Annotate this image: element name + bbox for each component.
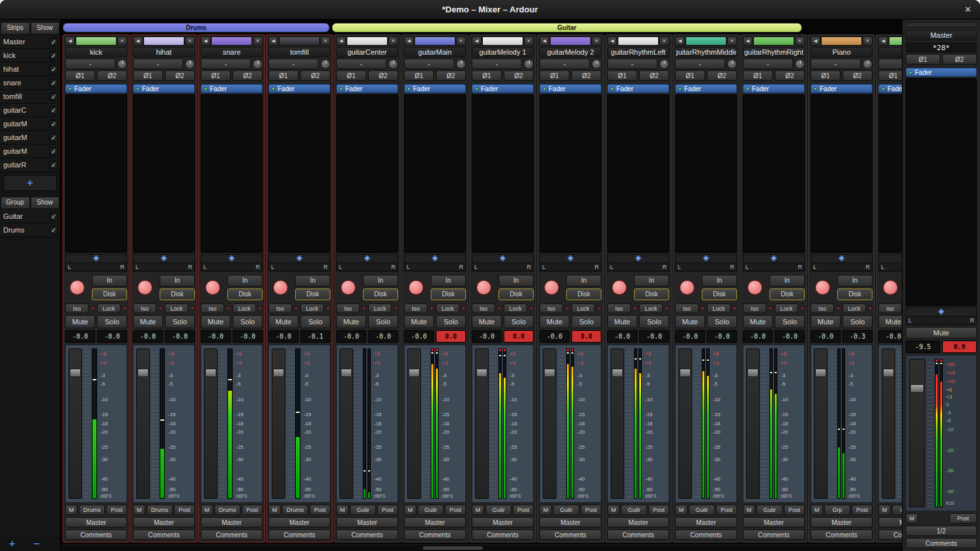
gain-display[interactable]: -0.0: [540, 330, 569, 343]
trim-knob[interactable]: [863, 59, 872, 69]
invert-phase-1-button[interactable]: Ø1: [906, 54, 940, 64]
trim-display-button[interactable]: -: [404, 59, 454, 69]
solo-isolate-button[interactable]: Iso: [607, 304, 631, 313]
horizontal-scrollbar-thumb[interactable]: [423, 546, 483, 550]
monitor-input-button[interactable]: In: [770, 275, 805, 287]
invert-phase-2-button[interactable]: Ø2: [707, 70, 737, 81]
fader-processor-entry[interactable]: Fader: [540, 84, 601, 93]
group-button[interactable]: Drums: [282, 505, 308, 515]
solo-lock-button[interactable]: Lock: [97, 304, 121, 313]
solo-lock-button[interactable]: Lock: [233, 304, 256, 313]
pan-thumb[interactable]: [838, 255, 844, 262]
strip-name-button[interactable]: snare: [201, 47, 263, 57]
monitor-input-button[interactable]: In: [92, 275, 127, 287]
strip-width-button[interactable]: ◀: [743, 36, 753, 46]
meter-point-button[interactable]: Post: [174, 505, 195, 515]
monitor-disk-button[interactable]: Disk: [837, 289, 872, 300]
strip-color-bar[interactable]: [821, 36, 862, 46]
invert-phase-1-button[interactable]: Ø1: [201, 70, 231, 81]
group-button[interactable]: Drums: [147, 505, 173, 515]
monitor-input-button[interactable]: In: [498, 275, 534, 287]
comments-button[interactable]: Comments: [607, 530, 669, 540]
invert-phase-2-button[interactable]: Ø2: [368, 70, 398, 81]
solo-lock-button[interactable]: Lock: [775, 304, 798, 313]
group-button[interactable]: Guitr: [689, 505, 715, 515]
pan-control[interactable]: [906, 307, 977, 317]
peak-display[interactable]: -0.0: [368, 330, 398, 343]
processor-list[interactable]: [472, 94, 534, 253]
monitor-input-button[interactable]: In: [431, 275, 466, 287]
strip-name-button[interactable]: st: [878, 47, 902, 57]
mono-button[interactable]: M: [201, 505, 213, 515]
peak-display[interactable]: 0.0: [571, 330, 601, 343]
mute-button[interactable]: Mute: [878, 315, 902, 328]
hide-strip-button[interactable]: ✕: [863, 36, 872, 46]
group-button[interactable]: Grp: [892, 505, 902, 515]
processor-active-led[interactable]: [339, 87, 343, 91]
strip-width-button[interactable]: ◀: [336, 36, 346, 46]
pan-thumb[interactable]: [938, 309, 944, 315]
peak-display[interactable]: -0.0: [707, 330, 737, 343]
record-enable-button[interactable]: [340, 279, 356, 296]
add-strip-button[interactable]: +: [3, 175, 57, 191]
group-button[interactable]: Drums: [79, 505, 105, 515]
processor-list[interactable]: [878, 94, 902, 253]
invert-phase-2-button[interactable]: Ø2: [504, 70, 534, 81]
peak-display[interactable]: 0.9: [942, 341, 977, 353]
monitor-disk-button[interactable]: Disk: [160, 289, 195, 300]
monitor-input-button[interactable]: In: [227, 275, 263, 287]
output-button[interactable]: Master: [472, 517, 534, 528]
visibility-checkbox[interactable]: ✓: [50, 161, 58, 169]
output-button[interactable]: Master: [268, 517, 330, 528]
record-enable-button[interactable]: [69, 279, 85, 296]
record-enable-button[interactable]: [137, 279, 153, 296]
solo-button[interactable]: Solo: [843, 315, 872, 328]
pan-control[interactable]: [675, 254, 737, 263]
monitor-disk-button[interactable]: Disk: [363, 289, 398, 300]
monitor-disk-button[interactable]: Disk: [498, 289, 534, 300]
mono-button[interactable]: M: [65, 505, 78, 515]
processor-active-led[interactable]: [909, 71, 912, 74]
visibility-checkbox[interactable]: ✓: [50, 212, 58, 221]
sidebar-strip-row[interactable]: snare ✓: [0, 76, 60, 90]
pan-control[interactable]: [811, 254, 872, 263]
record-enable-button[interactable]: [611, 279, 627, 296]
monitor-input-button[interactable]: In: [837, 275, 872, 287]
invert-phase-2-button[interactable]: Ø2: [233, 70, 263, 81]
pan-thumb[interactable]: [93, 255, 99, 262]
trim-knob[interactable]: [524, 59, 534, 69]
comments-button[interactable]: Comments: [878, 530, 902, 540]
pan-position-display[interactable]: L R: [65, 263, 127, 272]
solo-lock-button[interactable]: Lock: [843, 304, 866, 313]
comments-button[interactable]: Comments: [404, 530, 466, 540]
processor-active-led[interactable]: [882, 87, 885, 91]
solo-isolate-button[interactable]: Iso: [878, 304, 902, 313]
pan-position-display[interactable]: L R: [540, 263, 601, 272]
trim-knob[interactable]: [659, 59, 669, 69]
group-button[interactable]: Guitr: [553, 505, 579, 515]
strip-name-button[interactable]: guitarMain: [404, 47, 466, 57]
meter-point-button[interactable]: Post: [648, 505, 669, 515]
sidebar-strip-row[interactable]: tomfill ✓: [0, 90, 60, 104]
output-button[interactable]: Master: [133, 517, 195, 528]
fader-processor-entry[interactable]: Fader: [607, 84, 669, 93]
trim-knob[interactable]: [795, 59, 805, 69]
gain-display[interactable]: -0.0: [811, 330, 841, 343]
group-button[interactable]: Guitr: [485, 505, 512, 515]
strip-name-button[interactable]: guitarMelody 2: [540, 47, 601, 57]
fader-thumb[interactable]: [205, 369, 216, 377]
pan-position-display[interactable]: L R: [743, 263, 805, 272]
pan-control[interactable]: [133, 254, 195, 263]
sidebar-group-row[interactable]: Guitar ✓: [0, 210, 60, 223]
invert-phase-1-button[interactable]: Ø1: [811, 70, 841, 81]
strip-color-bar[interactable]: [618, 36, 659, 46]
strip-color-bar[interactable]: [482, 36, 523, 46]
solo-lock-button[interactable]: Lock: [165, 304, 188, 313]
strip-name-button[interactable]: guitarRhythmRight: [743, 47, 805, 57]
sidebar-strip-row[interactable]: hihat ✓: [0, 63, 60, 76]
hide-strip-button[interactable]: ✕: [185, 36, 195, 46]
invert-phase-2-button[interactable]: Ø2: [571, 70, 601, 81]
processor-list[interactable]: [336, 94, 398, 253]
mono-button[interactable]: M: [607, 505, 620, 515]
pan-control[interactable]: [268, 254, 330, 263]
